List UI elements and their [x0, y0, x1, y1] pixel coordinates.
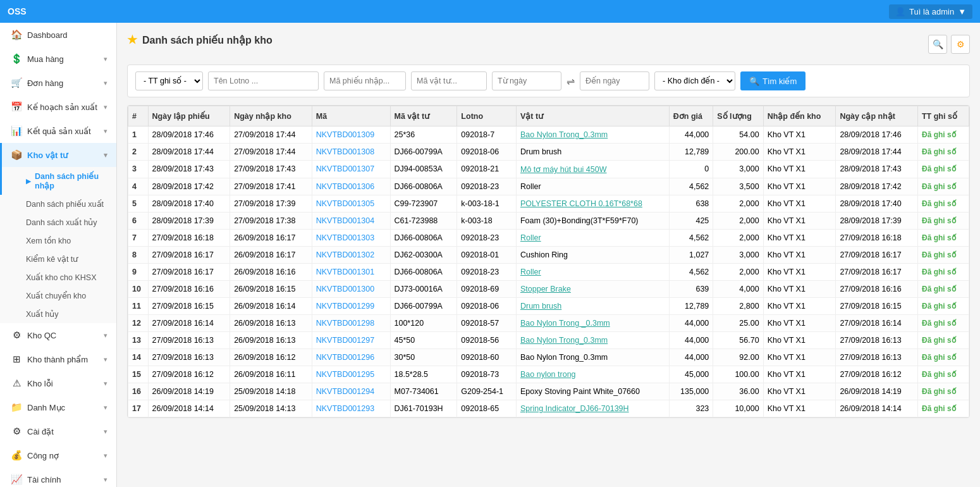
- tt-ghi-so-select[interactable]: - TT ghi số -: [135, 71, 203, 90]
- cell-vat-tu[interactable]: Bao Nylon Trong_0.3mm: [516, 332, 669, 349]
- sidebar-sub-item-phieu-xuat[interactable]: Danh sách phiếu xuất: [0, 195, 116, 213]
- cell-vat-tu[interactable]: Drum brush: [516, 298, 669, 315]
- cell-ma[interactable]: NKVTBD001308: [312, 144, 390, 161]
- sidebar-item-cong-no[interactable]: 💰 Công nợ ▾: [0, 443, 116, 467]
- sidebar-item-ke-hoach[interactable]: 📅 Kế hoạch sản xuất ▾: [0, 95, 116, 119]
- cell-ngay-nhap: 27/09/2018 17:44: [230, 144, 312, 161]
- cell-num: 9: [128, 264, 149, 281]
- sidebar-item-tai-chinh[interactable]: 📈 Tài chính ▾: [0, 467, 116, 487]
- cell-ma[interactable]: NKVTBD001300: [312, 281, 390, 298]
- sidebar-sub-item-kiem-ke[interactable]: Kiểm kê vật tư: [0, 250, 116, 268]
- search-button[interactable]: 🔍 Tìm kiếm: [740, 71, 805, 90]
- sidebar-sub-item-phieu-nhap[interactable]: ▶ Danh sách phiếu nhập: [0, 167, 116, 195]
- cell-vat-tu[interactable]: POLYESTER CLOTH 0.16T*68*68: [516, 195, 669, 213]
- main-content: ★ Danh sách phiếu nhập kho 🔍 ⚙ - TT ghi …: [117, 23, 980, 487]
- cell-num: 12: [128, 315, 149, 332]
- ma-vat-tu-input[interactable]: [411, 71, 487, 90]
- cell-lotno: 092018-01: [457, 247, 517, 264]
- cell-don-gia: 12,789: [669, 298, 713, 315]
- sidebar-sub-item-ton-kho[interactable]: Xem tồn kho: [0, 231, 116, 250]
- box-icon: 📦: [11, 149, 22, 161]
- sidebar-item-cai-dat[interactable]: ⚙ Cài đặt ▾: [0, 419, 116, 443]
- cell-ngay-cap: 27/09/2018 16:13: [836, 332, 918, 349]
- col-ma-vat-tu: Mã vật tư: [390, 106, 457, 126]
- cell-ma[interactable]: NKVTBD001297: [312, 332, 390, 349]
- cell-don-gia: 12,789: [669, 144, 713, 161]
- sidebar-sub-item-label: Xuất kho cho KHSX: [26, 273, 97, 282]
- sidebar-sub-item-xuat-chuyen[interactable]: Xuất chuyển kho: [0, 287, 116, 305]
- table-row: 10 27/09/2018 16:16 26/09/2018 16:15 NKV…: [128, 281, 969, 298]
- cell-vat-tu[interactable]: Bao Nylon Trong_0.3mm: [516, 126, 669, 144]
- cell-vat-tu[interactable]: Roller: [516, 230, 669, 247]
- cell-ngay-nhap: 26/09/2018 16:16: [230, 264, 312, 281]
- sidebar-sub-item-xuat-huy2[interactable]: Xuất hủy: [0, 305, 116, 323]
- sidebar-sub-item-label: Xuất chuyển kho: [26, 291, 86, 300]
- ten-lotno-input[interactable]: [208, 71, 319, 90]
- sidebar-item-label: Kho thành phẩm: [27, 355, 99, 364]
- sidebar-item-kho-loi[interactable]: ⚠ Kho lỗi ▾: [0, 371, 116, 395]
- cell-vat-tu[interactable]: Mô tơ máy hút bui 450W: [516, 161, 669, 178]
- sidebar-item-mua-hang[interactable]: 💲 Mua hàng ▾: [0, 47, 116, 71]
- kho-dich-den-select[interactable]: - Kho đích đến -: [654, 71, 735, 90]
- cell-num: 17: [128, 400, 149, 417]
- sidebar-item-dashboard[interactable]: 🏠 Dashboard: [0, 23, 116, 47]
- ma-phieu-nhap-input[interactable]: [324, 71, 406, 90]
- user-menu[interactable]: 👤 Tuì là admin ▼: [889, 4, 972, 19]
- cell-ma[interactable]: NKVTBD001307: [312, 161, 390, 178]
- cell-ma[interactable]: NKVTBD001294: [312, 383, 390, 400]
- cell-don-gia: 45,000: [669, 366, 713, 383]
- cell-ma-vat-tu: DJ66-00806A: [390, 264, 457, 281]
- cell-status: Đã ghi số: [917, 247, 969, 264]
- cell-so-luong: 2,000: [713, 195, 763, 213]
- cell-ma[interactable]: NKVTBD001301: [312, 264, 390, 281]
- sidebar-item-don-hang[interactable]: 🛒 Đơn hàng ▾: [0, 71, 116, 95]
- cell-vat-tu[interactable]: Stopper Brake: [516, 281, 669, 298]
- cell-ma[interactable]: NKVTBD001306: [312, 178, 390, 195]
- cell-ma[interactable]: NKVTBD001302: [312, 247, 390, 264]
- cell-ma[interactable]: NKVTBD001299: [312, 298, 390, 315]
- sidebar-item-kho-qc[interactable]: ⚙ Kho QC ▾: [0, 323, 116, 347]
- cell-vat-tu[interactable]: Bao nylon trong: [516, 366, 669, 383]
- sidebar-sub-item-xuat-khsx[interactable]: Xuất kho cho KHSX: [0, 268, 116, 287]
- sidebar-item-kho-thanh-pham[interactable]: ⊞ Kho thành phẩm ▾: [0, 347, 116, 371]
- cell-ngay-nhap: 26/09/2018 16:14: [230, 298, 312, 315]
- sidebar-item-danh-muc[interactable]: 📁 Danh Mục ▾: [0, 395, 116, 419]
- table-row: 3 28/09/2018 17:43 27/09/2018 17:43 NKVT…: [128, 161, 969, 178]
- cell-ngay-nhap: 26/09/2018 16:15: [230, 281, 312, 298]
- chevron-right-icon: ▾: [104, 127, 107, 135]
- den-ngay-input[interactable]: [580, 71, 649, 90]
- cell-vat-tu[interactable]: Spring Indicator_DJ66-70139H: [516, 400, 669, 417]
- brand-label: OSS: [8, 6, 27, 16]
- cell-ma[interactable]: NKVTBD001293: [312, 400, 390, 417]
- col-num: #: [128, 106, 149, 126]
- cell-ma[interactable]: NKVTBD001309: [312, 126, 390, 144]
- cell-ma[interactable]: NKVTBD001305: [312, 195, 390, 213]
- cell-ngay-cap: 27/09/2018 16:17: [836, 264, 918, 281]
- cell-ma[interactable]: NKVTBD001298: [312, 315, 390, 332]
- user-label: Tuì là admin: [909, 7, 954, 16]
- cell-ma[interactable]: NKVTBD001295: [312, 366, 390, 383]
- dollar-icon: 💲: [11, 53, 22, 65]
- settings-action-btn[interactable]: ⚙: [951, 35, 970, 54]
- cell-ma[interactable]: NKVTBD001304: [312, 213, 390, 230]
- cell-vat-tu[interactable]: Roller: [516, 264, 669, 281]
- cell-ma-vat-tu: DJ94-00853A: [390, 161, 457, 178]
- sidebar-item-ket-qua[interactable]: 📊 Kết quả sản xuất ▾: [0, 119, 116, 143]
- cell-ma[interactable]: NKVTBD001296: [312, 349, 390, 366]
- cell-vat-tu: Epoxy Stoving Paint White_07660: [516, 383, 669, 400]
- cell-lotno: 092018-73: [457, 366, 517, 383]
- chevron-down-icon: ▾: [104, 151, 107, 159]
- sidebar-sub-item-label: Kiểm kê vật tư: [26, 254, 78, 264]
- cell-status: Đã ghi số: [917, 178, 969, 195]
- chevron-right-icon: ▾: [104, 331, 107, 340]
- cell-nhap-kho: Kho VT X1: [763, 281, 836, 298]
- cell-lotno: k-003-18: [457, 213, 517, 230]
- tu-ngay-input[interactable]: [492, 71, 561, 90]
- table-header-row: # Ngày lập phiếu Ngày nhập kho Mã Mã vật…: [128, 106, 969, 126]
- sidebar-item-kho-vat-tu[interactable]: 📦 Kho vật tư ▾: [0, 143, 116, 167]
- cell-vat-tu[interactable]: Bao Nylon Trong _0.3mm: [516, 315, 669, 332]
- cell-ngay-cap: 26/09/2018 14:19: [836, 383, 918, 400]
- search-action-btn[interactable]: 🔍: [928, 35, 947, 54]
- sidebar-sub-item-xuat-huy[interactable]: Danh sách xuất hủy: [0, 213, 116, 231]
- cell-ma[interactable]: NKVTBD001303: [312, 230, 390, 247]
